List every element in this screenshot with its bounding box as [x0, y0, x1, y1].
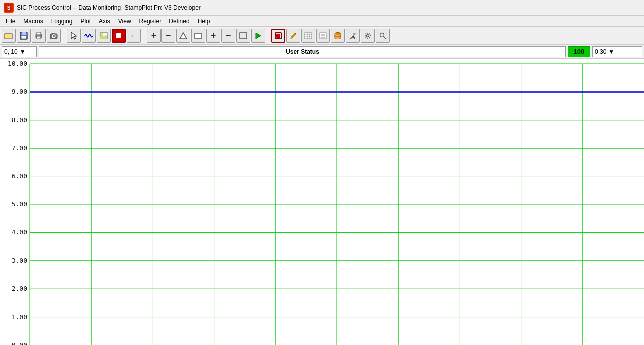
svg-rect-21 [276, 34, 280, 38]
svg-text:6.00: 6.00 [12, 172, 27, 180]
svg-point-33 [353, 33, 355, 35]
menu-bar: File Macros Logging Plot Axis View Regis… [0, 16, 644, 27]
svg-rect-18 [240, 33, 247, 39]
zoom-in-x-button[interactable]: + [147, 29, 161, 43]
open-button[interactable] [2, 29, 16, 43]
svg-line-36 [384, 36, 386, 39]
svg-text:3.00: 3.00 [12, 257, 27, 264]
range-dropdown[interactable]: 0, 10 ▼ [2, 46, 37, 57]
svg-text:8.00: 8.00 [12, 116, 27, 124]
menu-plot[interactable]: Plot [76, 17, 95, 26]
triangle-up-button[interactable] [176, 29, 190, 43]
save-button[interactable] [17, 29, 31, 43]
chart-svg: // Draw chart from data (function() { co… [0, 59, 644, 345]
window-title: SIC Process Control -- Data Monitoring -… [17, 4, 201, 11]
sample-count-value: 100 [574, 48, 585, 55]
svg-rect-17 [195, 33, 202, 38]
range-dropdown-arrow[interactable]: ▼ [20, 48, 26, 55]
svg-rect-3 [5, 34, 12, 39]
svg-text:9.00: 9.00 [12, 88, 27, 95]
svg-rect-5 [22, 32, 26, 35]
tool-button[interactable] [346, 29, 360, 43]
menu-logging[interactable]: Logging [47, 17, 77, 26]
menu-macros[interactable]: Macros [19, 17, 47, 26]
menu-defined[interactable]: Defined [165, 17, 193, 26]
cursor-tool-button[interactable] [67, 29, 81, 43]
svg-text:S: S [7, 5, 11, 11]
db-button[interactable] [331, 29, 345, 43]
rate-dropdown[interactable]: 0,30 ▼ [592, 46, 642, 57]
menu-view[interactable]: View [114, 17, 135, 26]
zoom-in-y-button[interactable]: + [206, 29, 220, 43]
title-bar: S SIC Process Control -- Data Monitoring… [0, 0, 644, 16]
range-value: 0, 10 [4, 48, 18, 55]
svg-rect-15 [116, 33, 121, 38]
print-button[interactable] [32, 29, 46, 43]
wave-tool-button[interactable] [82, 29, 96, 43]
svg-rect-6 [21, 36, 26, 39]
zoom-out-x-button[interactable]: − [161, 29, 175, 43]
svg-point-34 [367, 34, 369, 37]
sample-count-display: 100 [568, 46, 590, 57]
svg-text:1.00: 1.00 [12, 313, 27, 321]
user-status-text: User Status [286, 48, 319, 55]
svg-marker-19 [256, 33, 261, 39]
menu-help[interactable]: Help [194, 17, 214, 26]
image-button[interactable] [97, 29, 111, 43]
svg-point-14 [101, 33, 103, 35]
svg-text:5.00: 5.00 [12, 200, 27, 208]
svg-point-35 [380, 33, 384, 37]
rect-button[interactable] [191, 29, 205, 43]
menu-axis[interactable]: Axis [95, 17, 114, 26]
menu-file[interactable]: File [2, 17, 19, 26]
chart-area: // Draw chart from data (function() { co… [0, 59, 644, 345]
svg-rect-9 [37, 36, 41, 39]
toolbar: ← + − + − [0, 27, 644, 45]
play-button[interactable] [251, 29, 265, 43]
svg-text:0.00: 0.00 [12, 341, 27, 345]
camera-button[interactable] [47, 29, 61, 43]
stop-button[interactable] [112, 29, 126, 43]
svg-text:7.00: 7.00 [12, 144, 27, 152]
rate-value: 0,30 [595, 48, 606, 55]
box-button[interactable] [236, 29, 250, 43]
status-bar: 0, 10 ▼ User Status 100 0,30 ▼ [0, 45, 644, 59]
app-icon: S [4, 3, 14, 13]
list-button[interactable] [316, 29, 330, 43]
svg-rect-22 [305, 33, 312, 39]
svg-rect-12 [52, 33, 55, 34]
search-button[interactable] [376, 29, 390, 43]
zoom-out-y-button[interactable]: − [221, 29, 235, 43]
grid-button[interactable] [301, 29, 315, 43]
record-button[interactable] [271, 29, 285, 43]
menu-register[interactable]: Register [135, 17, 165, 26]
svg-marker-16 [180, 33, 187, 39]
rate-dropdown-arrow[interactable]: ▼ [608, 48, 614, 55]
config-button[interactable] [361, 29, 375, 43]
arrow-left-button[interactable]: ← [127, 29, 141, 43]
svg-text:2.00: 2.00 [12, 285, 27, 292]
svg-rect-8 [37, 32, 41, 35]
pen-button[interactable] [286, 29, 300, 43]
svg-text:10.00: 10.00 [8, 60, 27, 67]
user-status-field: User Status [39, 46, 566, 57]
svg-text:4.00: 4.00 [12, 228, 27, 236]
